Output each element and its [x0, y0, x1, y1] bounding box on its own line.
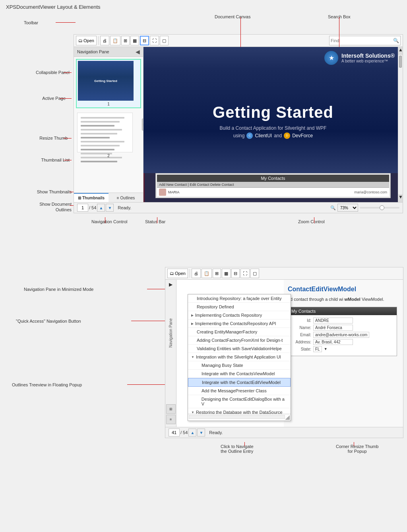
thumbnails-quick-btn[interactable]: ⊞: [166, 404, 176, 414]
outline-item-13[interactable]: ▼Restoring the Database with the DataSou…: [188, 408, 291, 414]
subtitle2-text: using: [233, 133, 245, 138]
corner-resize-thumb[interactable]: [285, 415, 290, 420]
page2-thumb[interactable]: 2: [76, 111, 141, 159]
scroll-up-button[interactable]: ▲: [398, 47, 403, 55]
viewer2-toolbar: 🗂 Open 🖨 📋 ⊞ ▦ ⊟ ⛶ ▢: [165, 267, 403, 280]
outline-tri-7: ▼: [191, 355, 194, 359]
thumbnails-tab[interactable]: ⊞ Thumbnails: [74, 193, 109, 202]
outline-item-10[interactable]: Integrate with the ContactEditViewModel: [188, 378, 291, 387]
zoom-select[interactable]: 73% 50% 100%: [337, 204, 358, 212]
my-contacts-box: My Contacts Id: ANDRE Name: André Fonsec…: [288, 307, 397, 356]
content-area: Introducing Repository: a façade over En…: [176, 280, 403, 427]
viewer2-print-button[interactable]: 🖨: [192, 269, 201, 278]
outline-item-7[interactable]: ▼Integration with the Silverlight Applic…: [188, 353, 291, 361]
outline-item-3[interactable]: ▶Implementing the ContactsRepository API: [188, 320, 291, 328]
prev-page-button[interactable]: ▲: [97, 204, 105, 212]
nav-pane-title: Navigation Pane: [77, 49, 109, 54]
viewer2-two-page-button[interactable]: ⊟: [231, 269, 240, 278]
single-page-button[interactable]: ▦: [130, 36, 139, 45]
viewer2-container: 🗂 Open 🖨 📋 ⊞ ▦ ⊟ ⛶ ▢ ▶ Navigation Pane: [165, 267, 403, 438]
page1-label: 1: [78, 102, 139, 106]
viewer2-page-view-button[interactable]: ⊞: [213, 269, 221, 278]
address-label: Address:: [291, 340, 311, 344]
nav-control: / 54 ▲ ▼: [77, 204, 114, 212]
outline-item-12[interactable]: Designing the ContactEditDialogBox with …: [188, 395, 291, 408]
viewer2-print2-button[interactable]: 📋: [202, 269, 212, 278]
popup-hscrollbar[interactable]: [189, 415, 285, 419]
page-view-button[interactable]: ⊞: [121, 36, 130, 45]
mini-nav-arrow[interactable]: ▶: [168, 280, 174, 289]
outline-item-1[interactable]: Repository Defined: [188, 303, 291, 311]
two-page-button[interactable]: ⊟: [140, 36, 149, 45]
search-icon[interactable]: 🔍: [393, 38, 399, 43]
active-page-thumb[interactable]: Getting Started 1: [76, 59, 141, 108]
section-spacer: [0, 243, 407, 255]
thumb-img-1: Getting Started: [78, 61, 134, 101]
corner-resize-label: Corner Resize Thumbfor Popup: [336, 444, 378, 454]
scroll-thumb[interactable]: [399, 56, 402, 68]
fullscreen-button[interactable]: ⛶: [150, 36, 159, 45]
viewer2-page-input[interactable]: [169, 429, 180, 437]
outline-item-4[interactable]: Creating EntityManagerFactory: [188, 328, 291, 336]
viewer2-open-icon: 🗂: [170, 271, 174, 276]
outline-label-13: Restoring the Database with the DataSour…: [196, 410, 283, 414]
fit-page-button[interactable]: ▢: [160, 36, 169, 45]
outline-item-11[interactable]: Add the MessagePresenter Class: [188, 387, 291, 395]
viewer2-single-page-button[interactable]: ▦: [222, 269, 231, 278]
name-label: Name:: [291, 325, 311, 330]
fullscreen-icon: ⛶: [152, 38, 157, 43]
corner-resize-line: [354, 442, 354, 446]
viewer2-sep1: [190, 269, 190, 278]
content-body3: ViewModel.: [362, 297, 384, 302]
open-button[interactable]: 🗂 Open: [76, 36, 97, 45]
outline-item-6[interactable]: Validating Entities with SaveValidationH…: [188, 345, 291, 353]
state-value[interactable]: FL: [313, 346, 322, 352]
viewer2-next-btn[interactable]: ▼: [197, 429, 205, 437]
nav-pane-close-button[interactable]: ◀: [136, 49, 140, 55]
viewer2-nav-control: / 54 ▲ ▼: [169, 429, 205, 437]
outline-label-7: Integration with the Silverlight Applica…: [196, 355, 281, 359]
zoom-thumb[interactable]: [380, 205, 384, 210]
subtitle-text: Build a Contact Application for Silverli…: [220, 125, 327, 131]
outlines-treeview-label: Outlines Treeview in Floating Popup: [12, 382, 82, 387]
contact-avatar: [159, 189, 166, 196]
viewer2-fit-button[interactable]: ▢: [250, 269, 259, 278]
next-page-button[interactable]: ▼: [106, 204, 114, 212]
outline-item-5[interactable]: Adding ContactFactoryFromXml for Design-…: [188, 336, 291, 345]
zoom-slider[interactable]: [360, 207, 399, 209]
viewer2-open-button[interactable]: 🗂 Open: [167, 269, 188, 278]
open-icon: 🗂: [78, 38, 83, 43]
contact-form: Id: ANDRE Name: André Fonseca Email: and…: [288, 315, 397, 356]
show-doc-outlines-label: Show DocumentOutlines: [20, 201, 72, 213]
outline-item-2[interactable]: ▶Implementing Contacts Repository: [188, 311, 291, 320]
outline-scroll[interactable]: Introducing Repository: a façade over En…: [188, 294, 291, 414]
outlines-popup: Introducing Repository: a façade over En…: [188, 294, 291, 421]
outlines-quick-btn[interactable]: ≡: [166, 415, 176, 424]
show-thumbnails-label: Show Thumbnails: [24, 189, 72, 194]
print-button[interactable]: 🖨: [100, 36, 109, 45]
viewer2-bottom-labels: Click to Navigatethe Outline Entry Corne…: [165, 440, 407, 464]
state-dropdown-arrow[interactable]: ▼: [324, 347, 328, 351]
viewer2-prev-btn[interactable]: ▲: [188, 429, 196, 437]
viewer2-open-label: Open: [175, 271, 186, 276]
content-body2: wModel: [344, 297, 360, 302]
quick-access-label: "Quick Access" Navigation Button: [16, 319, 81, 323]
outline-item-9[interactable]: Integrate with the ContactsViewModel: [188, 370, 291, 378]
navigation-pane: Navigation Pane ◀ Getting Started: [74, 47, 143, 202]
scroll-down-button[interactable]: ▼: [398, 194, 403, 202]
page-number-input[interactable]: [77, 204, 88, 212]
id-row: Id: ANDRE: [291, 318, 393, 323]
thumbnail-area[interactable]: Getting Started 1: [74, 57, 143, 193]
canvas-scrollbar[interactable]: ▲ ▼: [398, 47, 403, 202]
outline-item-0[interactable]: Introducing Repository: a façade over En…: [188, 294, 291, 303]
outline-item-8[interactable]: Managing Busy State: [188, 361, 291, 370]
outlines-tab[interactable]: ≡ Outlines: [109, 193, 143, 202]
page-view-icon: ⊞: [124, 38, 127, 43]
devforce-label: DevForce: [292, 133, 313, 138]
print2-button[interactable]: 📋: [110, 36, 120, 45]
viewer2-fullscreen-button[interactable]: ⛶: [240, 269, 250, 278]
clientui-label: ClientUI: [255, 133, 272, 138]
outline-label-4: Creating EntityManagerFactory: [197, 329, 257, 334]
toolbar: 🗂 Open 🖨 📋 ⊞ ▦ ⊟: [74, 35, 403, 47]
contacts-preview: My Contacts Add New Contact | Edit Conta…: [155, 173, 391, 198]
